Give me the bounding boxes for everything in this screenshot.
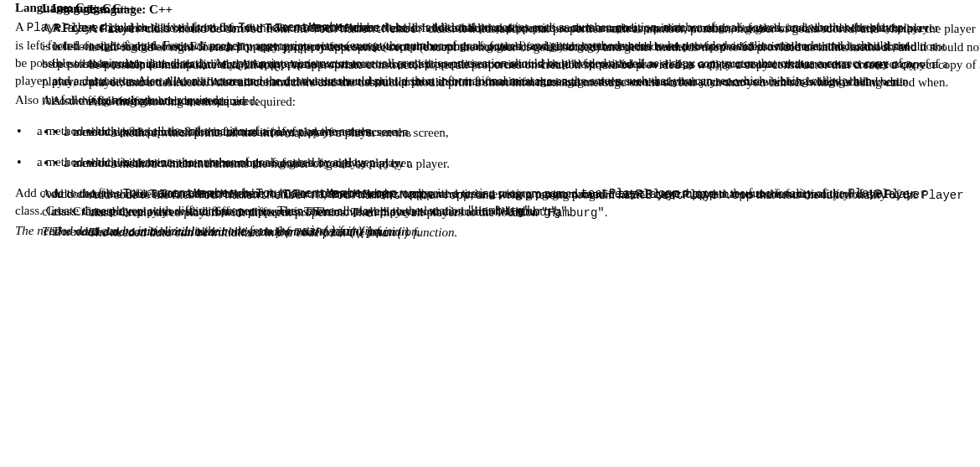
code-hamburg: "Hamburg" <box>494 205 558 219</box>
description-para-3: Add code to the files TournamentMember.h… <box>42 185 938 221</box>
language-value: C++ <box>102 2 126 15</box>
language-label: Language: <box>42 2 99 15</box>
code-player: Player <box>54 22 95 35</box>
code-file-h: TournamentMember.h <box>150 188 276 201</box>
description-para-1: A Player class should be derived from th… <box>42 19 938 91</box>
description-para-2: Also the following methods are required: <box>42 92 938 110</box>
code-file-cpp: TournamentMember.cpp <box>282 188 423 201</box>
code-main: main() <box>321 226 363 239</box>
code-player-class: Player <box>874 188 916 201</box>
description-para-4: The needed data can be initialized in th… <box>42 223 938 241</box>
list-item: a method which prints all the informatio… <box>42 123 938 141</box>
document-body: Language: C++ A Player class should be d… <box>42 0 938 241</box>
list-item: a method which increments the number of … <box>42 154 938 172</box>
code-file-test: testPlayer.cpp <box>607 188 706 201</box>
requirements-list: a method which prints all the informatio… <box>42 123 938 172</box>
code-tournamentmember: TournamentMember <box>265 22 377 35</box>
language-heading: Language: C++ <box>42 0 938 18</box>
